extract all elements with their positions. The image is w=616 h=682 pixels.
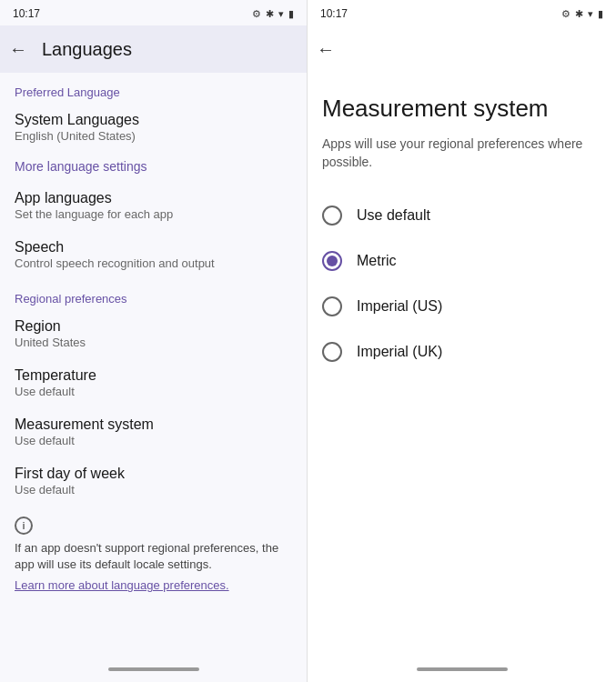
measurement-system-title: Measurement system <box>15 416 292 433</box>
radio-inner-metric <box>327 256 338 266</box>
radio-outer-use_default <box>322 206 342 226</box>
right-status-time: 10:17 <box>320 7 348 20</box>
info-text: If an app doesn't support regional prefe… <box>15 540 292 573</box>
radio-option-use_default[interactable]: Use default <box>322 193 601 238</box>
radio-options-container: Use defaultMetricImperial (US)Imperial (… <box>322 193 601 375</box>
radio-label-use_default: Use default <box>357 207 430 224</box>
temperature-item[interactable]: Temperature Use default <box>0 358 307 407</box>
more-language-link[interactable]: More language settings <box>0 152 307 181</box>
app-languages-title: App languages <box>15 190 292 206</box>
measurement-system-subtitle: Use default <box>15 434 292 447</box>
info-link[interactable]: Learn more about language preferences. <box>15 578 292 592</box>
first-day-of-week-title: First day of week <box>15 466 292 482</box>
right-bottom-pill <box>417 667 508 671</box>
left-scroll-content: Preferred Language System Languages Engl… <box>0 73 307 660</box>
temperature-title: Temperature <box>15 367 292 384</box>
system-languages-item[interactable]: System Languages English (United States) <box>0 103 307 152</box>
radio-option-imperial_us[interactable]: Imperial (US) <box>322 284 601 329</box>
region-item[interactable]: Region United States <box>0 309 307 358</box>
radio-outer-imperial_us <box>322 296 342 316</box>
right-status-bar: 10:17 ⚙ ✱ ▾ ▮ <box>308 0 616 25</box>
right-asterisk-icon: ✱ <box>575 8 583 20</box>
radio-outer-imperial_uk <box>322 342 342 362</box>
left-toolbar: ← Languages <box>0 25 307 73</box>
radio-option-metric[interactable]: Metric <box>322 238 601 284</box>
measurement-content: Measurement system Apps will use your re… <box>308 73 616 660</box>
measurement-title: Measurement system <box>322 95 601 123</box>
radio-label-metric: Metric <box>357 253 397 269</box>
measurement-system-item[interactable]: Measurement system Use default <box>0 407 307 456</box>
first-day-of-week-item[interactable]: First day of week Use default <box>0 456 307 506</box>
right-panel: 10:17 ⚙ ✱ ▾ ▮ ← Measurement system Apps … <box>308 0 616 682</box>
speech-item[interactable]: Speech Control speech recognition and ou… <box>0 230 307 279</box>
right-toolbar: ← <box>308 25 616 73</box>
radio-option-imperial_uk[interactable]: Imperial (UK) <box>322 329 601 375</box>
left-status-time: 10:17 <box>13 7 40 20</box>
info-section: i If an app doesn't support regional pre… <box>0 506 307 599</box>
right-back-button[interactable]: ← <box>317 39 335 60</box>
app-languages-subtitle: Set the language for each app <box>15 207 292 221</box>
asterisk-icon: ✱ <box>266 8 274 20</box>
back-button[interactable]: ← <box>9 39 27 60</box>
radio-label-imperial_uk: Imperial (UK) <box>357 344 442 360</box>
left-panel: 10:17 ⚙ ✱ ▾ ▮ ← Languages Preferred Lang… <box>0 0 308 682</box>
left-bottom-bar <box>0 660 307 682</box>
app-languages-item[interactable]: App languages Set the language for each … <box>0 181 307 230</box>
temperature-subtitle: Use default <box>15 385 292 398</box>
system-languages-title: System Languages <box>15 112 292 128</box>
radio-outer-metric <box>322 251 342 271</box>
radio-label-imperial_us: Imperial (US) <box>357 298 442 315</box>
right-battery-icon: ▮ <box>598 8 603 20</box>
left-status-icons: ⚙ ✱ ▾ ▮ <box>252 8 294 20</box>
page-title: Languages <box>42 39 132 60</box>
preferred-language-header: Preferred Language <box>0 73 307 103</box>
system-languages-subtitle: English (United States) <box>15 129 292 143</box>
info-icon: i <box>15 517 33 535</box>
regional-preferences-header: Regional preferences <box>0 279 307 309</box>
right-settings-icon: ⚙ <box>561 8 571 20</box>
speech-title: Speech <box>15 239 292 256</box>
right-wifi-icon: ▾ <box>588 8 593 20</box>
speech-subtitle: Control speech recognition and output <box>15 256 292 270</box>
right-status-icons: ⚙ ✱ ▾ ▮ <box>561 8 603 20</box>
wifi-icon: ▾ <box>278 8 284 20</box>
settings-icon: ⚙ <box>252 8 261 20</box>
battery-icon: ▮ <box>288 8 294 20</box>
bottom-pill <box>108 667 199 671</box>
measurement-description: Apps will use your regional preferences … <box>322 135 601 171</box>
right-bottom-bar <box>308 660 616 682</box>
region-subtitle: United States <box>15 336 292 349</box>
region-title: Region <box>15 318 292 335</box>
info-icon-row: i <box>15 517 292 535</box>
left-status-bar: 10:17 ⚙ ✱ ▾ ▮ <box>0 0 307 25</box>
first-day-of-week-subtitle: Use default <box>15 483 292 496</box>
